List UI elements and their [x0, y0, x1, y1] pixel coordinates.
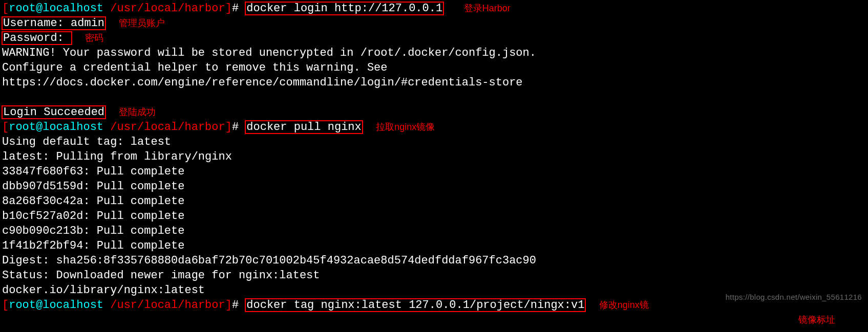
warning-line-3: https://docs.docker.com/engine/reference…	[2, 75, 866, 90]
prompt-path: /usr/local/harbor	[103, 121, 225, 134]
anno-username: 管理员账户	[119, 18, 165, 28]
prompt-hash: #	[232, 121, 245, 134]
pull-out-10: Status: Downloaded newer image for nginx…	[2, 268, 866, 283]
prompt-bracket-open: [	[2, 299, 9, 312]
pull-out-6: b10cf527a02d: Pull complete	[2, 209, 866, 224]
cmd-pull-line: [root@localhost /usr/local/harbor]# dock…	[2, 120, 866, 135]
prompt-path: /usr/local/harbor	[103, 299, 225, 312]
anno-password: 密码	[85, 33, 103, 43]
prompt-path: /usr/local/harbor	[103, 2, 225, 15]
pull-out-1: Using default tag: latest	[2, 135, 866, 149]
cmd-login[interactable]: docker login http://127.0.0.1	[245, 2, 443, 15]
cmd-login-line: [root@localhost /usr/local/harbor]# dock…	[2, 1, 866, 16]
prompt-user-host: root@localhost	[9, 299, 103, 312]
pull-out-11: docker.io/library/nginx:latest	[2, 283, 866, 298]
username-line: Username: admin 管理员账户	[2, 16, 866, 31]
login-succeeded-line: Login Succeeded 登陆成功	[2, 105, 866, 120]
login-succeeded: Login Succeeded	[2, 106, 105, 119]
prompt-bracket-close: ]	[225, 2, 232, 15]
prompt-bracket-open: [	[2, 121, 9, 134]
prompt-hash: #	[232, 2, 245, 15]
password-line: Password: 密码	[2, 31, 866, 46]
pull-out-4: dbb907d5159d: Pull complete	[2, 179, 866, 194]
pull-out-7: c90b090c213b: Pull complete	[2, 224, 866, 238]
prompt-bracket-close: ]	[225, 299, 232, 312]
password-text: Password:	[2, 32, 72, 45]
anno-pull-nginx: 拉取nginx镜像	[376, 122, 435, 132]
pull-out-8: 1f41b2f2bf94: Pull complete	[2, 238, 866, 253]
cmd-tag[interactable]: docker tag nginx:latest 127.0.0.1/projec…	[245, 299, 585, 312]
pull-out-9: Digest: sha256:8f335768880da6baf72b70c70…	[2, 253, 866, 268]
prompt-bracket-close: ]	[225, 121, 232, 134]
prompt-bracket-open: [	[2, 2, 9, 15]
anno-tag-2: 镜像标址	[798, 315, 835, 325]
anno-login-succeeded: 登陆成功	[119, 107, 156, 117]
cmd-tag-line: [root@localhost /usr/local/harbor]# dock…	[2, 298, 866, 313]
cmd-pull[interactable]: docker pull nginx	[245, 121, 362, 134]
warning-line-1: WARNING! Your password will be stored un…	[2, 46, 866, 60]
prompt-user-host: root@localhost	[9, 121, 103, 134]
pull-out-3: 33847f680f63: Pull complete	[2, 164, 866, 179]
anno-login-harbor: 登录Harbor	[464, 3, 511, 13]
username-text: Username: admin	[2, 17, 105, 30]
anno-tag-1: 修改nginx镜	[599, 300, 649, 310]
prompt-user-host: root@localhost	[9, 2, 103, 15]
prompt-hash: #	[232, 299, 245, 312]
blank-line	[2, 90, 866, 105]
warning-line-2: Configure a credential helper to remove …	[2, 60, 866, 75]
anno-tag-2-line: 镜像标址	[2, 313, 866, 327]
pull-out-2: latest: Pulling from library/nginx	[2, 149, 866, 164]
pull-out-5: 8a268f30c42a: Pull complete	[2, 194, 866, 209]
